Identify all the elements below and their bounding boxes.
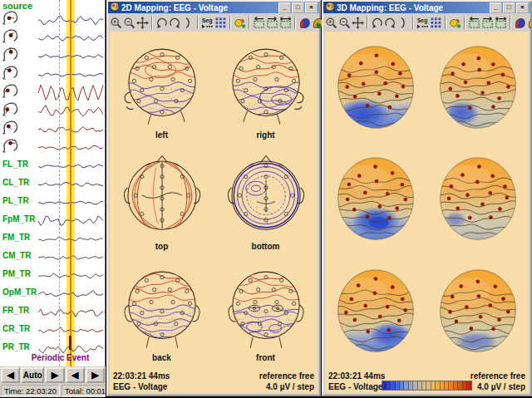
undo-icon[interactable]	[155, 15, 168, 30]
pan-icon[interactable]	[352, 15, 364, 30]
map-grid-2d: leftrighttopbottombackfront	[110, 33, 318, 368]
zoom-out-icon[interactable]	[338, 15, 351, 30]
toolbar-2d: Seg	[108, 13, 319, 32]
zoom-in-icon[interactable]	[325, 15, 337, 30]
map-view-top: top	[116, 150, 209, 251]
toolbar-separator	[445, 16, 446, 29]
redo-icon[interactable]	[169, 15, 181, 30]
zoom-out-icon[interactable]	[123, 15, 135, 30]
toolbar-separator	[294, 16, 296, 29]
expand-map-icon[interactable]	[279, 15, 292, 30]
maximize-button[interactable]: □	[292, 2, 304, 13]
auto-button[interactable]: Auto	[21, 367, 44, 383]
status-step: 4.0 µV / step	[266, 381, 314, 392]
dipole-source-icon[interactable]	[2, 101, 19, 120]
channel-label-fr_tr[interactable]: FR_TR	[2, 306, 29, 315]
toolbar-separator	[197, 16, 199, 29]
map-view-3d-right-side	[430, 152, 526, 248]
page-back-button[interactable]: ◀	[66, 367, 85, 383]
window-2d-mapping: 2D Mapping: EEG - Voltage _□× Seg leftri…	[106, 0, 321, 396]
minimize-button[interactable]: _	[490, 2, 502, 13]
close-button[interactable]: ×	[305, 2, 318, 13]
map-view-3d-left-side	[328, 152, 424, 248]
arc-icon[interactable]	[182, 15, 195, 30]
segment-icon[interactable]: Seg	[201, 15, 214, 30]
dipole-source-icon[interactable]	[2, 28, 19, 47]
titlebar-3d[interactable]: 3D Mapping: EEG - Voltage _□×	[323, 2, 530, 13]
map-status-3d: 22:03:21 44ms reference free EEG - Volta…	[328, 371, 525, 392]
channel-label-fpm_tr[interactable]: FpM_TR	[2, 214, 35, 224]
dipole-source-icon[interactable]	[2, 47, 19, 66]
close-button[interactable]: ×	[516, 2, 529, 13]
minimize-button[interactable]: _	[278, 2, 291, 13]
prev-map-icon[interactable]	[253, 15, 265, 30]
map-view-label: bottom	[252, 242, 280, 251]
toolbar-separator	[151, 16, 153, 29]
toolbar-separator	[367, 16, 368, 29]
map-view-label: right	[256, 130, 274, 140]
titlebar-2d[interactable]: 2D Mapping: EEG - Voltage _□×	[108, 2, 319, 13]
channel-label-fl_tr[interactable]: FL_TR	[2, 160, 28, 169]
playback-toolbar: ◀Auto▶◀▶	[0, 366, 106, 384]
channel-label-pl_tr[interactable]: PL_TR	[2, 196, 29, 205]
map-status-2d: 22:03:21 44ms reference free EEG - Volta…	[113, 371, 314, 392]
channel-label-opm_tr[interactable]: OpM_TR	[2, 287, 37, 297]
step-forward-button[interactable]: ▶	[45, 367, 64, 383]
undo-icon[interactable]	[371, 15, 383, 30]
channel-label-pr_tr[interactable]: PR_TR	[2, 342, 30, 351]
electrode-options-icon[interactable]	[449, 15, 461, 30]
maximize-button[interactable]: □	[503, 2, 515, 13]
map-view-3d-back-right	[430, 41, 526, 137]
cursor-time-line[interactable]	[70, 0, 71, 366]
next-map-icon[interactable]	[481, 15, 494, 30]
prev-map-icon[interactable]	[468, 15, 480, 30]
status-time: Time: 22:03:20	[1, 385, 60, 396]
grid-icon[interactable]	[214, 15, 227, 30]
channel-label-cl_tr[interactable]: CL_TR	[2, 178, 29, 187]
toolbar-separator	[249, 16, 250, 29]
window-buttons: _□×	[490, 2, 529, 13]
toolbar-separator	[229, 16, 231, 29]
status-reference: reference free	[470, 371, 525, 381]
expand-map-icon[interactable]	[495, 15, 507, 30]
toolbar-separator	[412, 16, 414, 29]
event-label: Periodic Event	[0, 353, 106, 362]
dipole-source-icon[interactable]	[2, 10, 19, 29]
window-icon	[325, 0, 335, 15]
page-forward-button[interactable]: ▶	[86, 367, 105, 383]
map-2d-icon[interactable]	[514, 15, 526, 30]
channel-label-fm_tr[interactable]: FM_TR	[2, 233, 30, 242]
status-timestamp: 22:03:21 44ms	[328, 371, 385, 381]
arc-icon[interactable]	[397, 15, 410, 30]
waveform-area[interactable]: source Periodic Event FL_TRCL_TRPL_TRFpM…	[0, 0, 106, 366]
svg-text:Seg: Seg	[417, 17, 428, 24]
dipole-source-icon[interactable]	[2, 83, 19, 102]
status-mode: EEG - Voltage	[113, 381, 167, 392]
step-back-button[interactable]: ◀	[1, 367, 20, 383]
segment-icon[interactable]: Seg	[416, 15, 429, 30]
channel-label-cm_tr[interactable]: CM_TR	[2, 251, 31, 260]
map-3d-icon[interactable]	[527, 15, 532, 30]
window-title: 2D Mapping: EEG - Voltage	[121, 3, 277, 12]
channel-label-cr_tr[interactable]: CR_TR	[2, 324, 30, 333]
dipole-source-icon[interactable]	[2, 120, 19, 139]
map-view-label: front	[256, 353, 275, 362]
pan-icon[interactable]	[136, 15, 149, 30]
event-marker-tick	[69, 336, 71, 350]
dipole-source-icon[interactable]	[2, 138, 19, 157]
status-timestamp: 22:03:21 44ms	[113, 371, 170, 381]
map-view-front: front	[219, 262, 313, 362]
redo-icon[interactable]	[384, 15, 397, 30]
electrode-options-icon[interactable]	[234, 15, 246, 30]
zoom-in-icon[interactable]	[110, 15, 122, 30]
window-buttons: _□×	[278, 2, 318, 13]
map-2d-icon[interactable]	[298, 15, 311, 30]
status-total: Total: 00:01:	[62, 385, 106, 396]
dipole-source-icon[interactable]	[2, 65, 19, 84]
map-view-3d-back-left	[328, 41, 424, 137]
svg-text:Seg: Seg	[202, 17, 213, 24]
grid-icon[interactable]	[430, 15, 442, 30]
next-map-icon[interactable]	[266, 15, 278, 30]
map-grid-3d	[325, 33, 529, 368]
channel-label-pm_tr[interactable]: PM_TR	[2, 269, 31, 278]
